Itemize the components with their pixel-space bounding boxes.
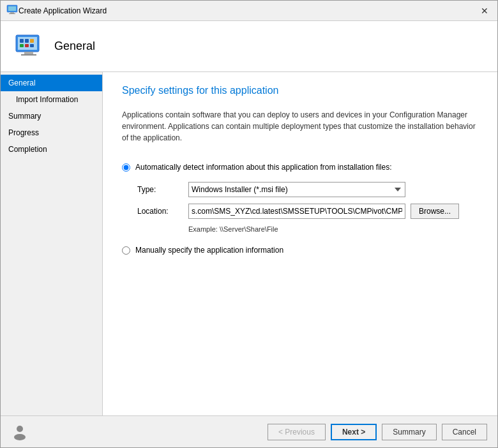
svg-rect-8 bbox=[20, 39, 24, 43]
auto-detect-section: Automatically detect information about t… bbox=[122, 163, 478, 233]
auto-detect-radio-row: Automatically detect information about t… bbox=[122, 163, 478, 172]
svg-rect-9 bbox=[25, 39, 29, 43]
type-control: Windows Installer (*.msi file) bbox=[188, 182, 405, 197]
sidebar-item-progress[interactable]: Progress bbox=[1, 124, 102, 141]
svg-rect-6 bbox=[24, 52, 33, 54]
application-window: Create Application Wizard ✕ General bbox=[0, 0, 498, 448]
auto-detect-radio[interactable] bbox=[122, 163, 130, 172]
page-title: Specify settings for this application bbox=[122, 85, 478, 96]
previous-button[interactable]: < Previous bbox=[268, 424, 326, 440]
manual-radio-row: Manually specify the application informa… bbox=[122, 246, 478, 255]
user-icon bbox=[11, 423, 29, 441]
close-button[interactable]: ✕ bbox=[477, 3, 492, 19]
svg-point-14 bbox=[17, 426, 23, 432]
user-icon-area bbox=[11, 423, 29, 441]
footer: < Previous Next > Summary Cancel bbox=[1, 415, 497, 447]
location-input[interactable] bbox=[188, 204, 405, 219]
title-bar: Create Application Wizard ✕ bbox=[1, 1, 497, 21]
svg-rect-13 bbox=[30, 44, 34, 47]
auto-detect-label[interactable]: Automatically detect information about t… bbox=[135, 163, 392, 172]
svg-point-15 bbox=[14, 434, 26, 440]
browse-button[interactable]: Browse... bbox=[411, 204, 459, 219]
location-control bbox=[188, 204, 405, 219]
sidebar: General Import Information Summary Progr… bbox=[1, 72, 103, 415]
svg-rect-7 bbox=[21, 54, 36, 56]
main-content: Specify settings for this application Ap… bbox=[103, 72, 497, 415]
location-row: Location: Browse... bbox=[137, 204, 478, 219]
sidebar-item-import-information[interactable]: Import Information bbox=[1, 91, 102, 108]
svg-rect-2 bbox=[10, 12, 14, 13]
sidebar-item-completion[interactable]: Completion bbox=[1, 141, 102, 158]
svg-rect-1 bbox=[8, 6, 16, 11]
cancel-button[interactable]: Cancel bbox=[442, 424, 487, 440]
type-row: Type: Windows Installer (*.msi file) bbox=[137, 182, 478, 197]
manual-radio[interactable] bbox=[122, 246, 130, 255]
description-text: Applications contain software that you c… bbox=[122, 109, 478, 144]
svg-rect-11 bbox=[20, 44, 24, 47]
example-text: Example: \\Server\Share\File bbox=[188, 225, 478, 233]
auto-detect-fields: Type: Windows Installer (*.msi file) Loc… bbox=[137, 182, 478, 233]
wizard-header-title: General bbox=[54, 40, 95, 53]
wizard-header: General bbox=[1, 21, 497, 72]
manual-label[interactable]: Manually specify the application informa… bbox=[135, 246, 283, 255]
title-text: Create Application Wizard bbox=[19, 6, 477, 15]
type-label: Type: bbox=[137, 185, 188, 194]
svg-rect-3 bbox=[9, 13, 15, 14]
next-button[interactable]: Next > bbox=[331, 424, 377, 440]
sidebar-item-general[interactable]: General bbox=[1, 75, 102, 91]
content-area: General Import Information Summary Progr… bbox=[1, 72, 497, 415]
sidebar-item-summary[interactable]: Summary bbox=[1, 108, 102, 124]
location-label: Location: bbox=[137, 207, 188, 216]
svg-rect-10 bbox=[30, 39, 34, 43]
summary-button[interactable]: Summary bbox=[382, 424, 436, 440]
type-select[interactable]: Windows Installer (*.msi file) bbox=[188, 182, 405, 197]
title-icon bbox=[6, 3, 19, 18]
header-icon bbox=[13, 31, 44, 62]
svg-rect-12 bbox=[25, 44, 29, 47]
